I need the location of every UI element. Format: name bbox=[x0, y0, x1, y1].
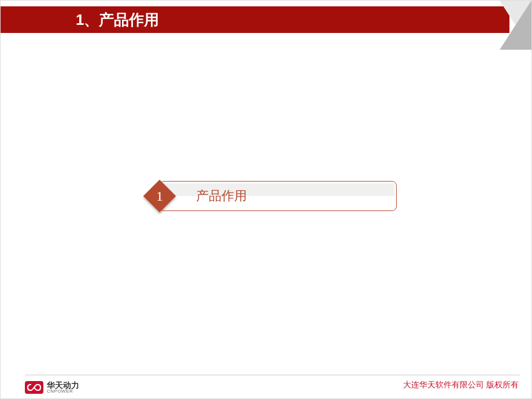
diamond-number: 1 bbox=[143, 180, 176, 212]
company-logo-icon bbox=[25, 381, 43, 394]
diamond-badge: 1 bbox=[143, 180, 176, 212]
callout-label: 产品作用 bbox=[196, 187, 247, 205]
center-callout: 产品作用 1 bbox=[143, 181, 397, 211]
logo-text-group: 华天动力 CNPOWER bbox=[47, 381, 79, 394]
callout-bar: 产品作用 bbox=[160, 181, 397, 211]
slide-container: 1、产品作用 产品作用 1 华天动力 CNPOWER 大连华天软件有限公司 版权… bbox=[0, 0, 532, 399]
corner-fold-decoration bbox=[500, 1, 531, 50]
slide-title: 1、产品作用 bbox=[76, 10, 159, 30]
copyright-text: 大连华天软件有限公司 版权所有 bbox=[403, 380, 519, 390]
logo-container: 华天动力 CNPOWER bbox=[25, 381, 79, 394]
footer: 华天动力 CNPOWER 大连华天软件有限公司 版权所有 bbox=[1, 370, 531, 398]
header-bar: 1、产品作用 bbox=[1, 6, 509, 33]
infinity-icon bbox=[27, 383, 41, 391]
logo-english: CNPOWER bbox=[47, 389, 79, 394]
footer-divider bbox=[25, 375, 520, 375]
logo-chinese: 华天动力 bbox=[47, 381, 79, 389]
